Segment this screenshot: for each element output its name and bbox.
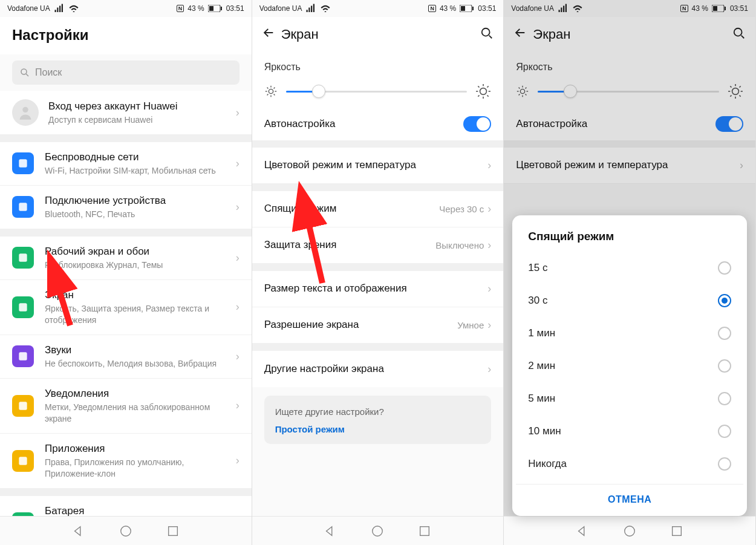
settings-row[interactable]: Звуки Не беспокоить, Мелодия вызова, Виб… — [0, 335, 252, 379]
page-title: Настройки — [0, 17, 252, 54]
back-button[interactable] — [262, 26, 281, 43]
settings-row[interactable]: Рабочий экран и обои Разблокировка Журна… — [0, 237, 252, 280]
svg-line-29 — [273, 94, 275, 96]
display-row[interactable]: Разрешение экрана Умное › — [252, 307, 504, 344]
nav-home-icon[interactable] — [119, 524, 132, 538]
chevron-right-icon: › — [236, 106, 240, 119]
sleep-option[interactable]: 1 мин — [516, 317, 743, 350]
auto-brightness-row[interactable]: Автонастройка — [252, 108, 504, 140]
row-label: Приложения — [45, 442, 232, 455]
svg-line-39 — [478, 96, 480, 97]
nav-home-icon[interactable] — [371, 524, 384, 538]
sleep-dialog-panel: Vodafone UA N 43 % 03:51 Экран Яркость А… — [504, 0, 756, 545]
row-value: Через 30 с — [439, 204, 484, 214]
option-label: 2 мин — [528, 360, 555, 372]
row-sub: Не беспокоить, Мелодия вызова, Вибрация — [45, 358, 232, 370]
radio-icon — [718, 425, 731, 438]
svg-line-54 — [519, 88, 520, 89]
settings-row[interactable]: Экран Яркость, Защита зрения, Размер тек… — [0, 280, 252, 335]
time: 03:51 — [226, 4, 244, 13]
row-sub: Метки, Уведомления на заблокированном эк… — [45, 402, 232, 425]
nav-home-icon[interactable] — [623, 524, 636, 538]
display-list: Цветовой режим и температура › Спящий ре… — [252, 148, 504, 387]
svg-point-41 — [373, 526, 383, 536]
svg-point-21 — [482, 28, 490, 36]
settings-row[interactable]: Подключение устройства Bluetooth, NFC, П… — [0, 186, 252, 229]
sleep-mode-sheet: Спящий режим 15 с 30 с 1 мин 2 мин 5 мин… — [512, 215, 747, 516]
svg-line-55 — [526, 94, 527, 96]
app-icon — [12, 296, 34, 318]
settings-row[interactable]: Уведомления Метки, Уведомления на заблок… — [0, 379, 252, 434]
signal-icon — [558, 3, 569, 14]
statusbar: Vodafone UA N 43 % 03:51 — [0, 0, 252, 17]
settings-row[interactable]: Приложения Права, Приложения по умолчани… — [0, 434, 252, 489]
svg-rect-9 — [19, 303, 27, 311]
settings-row[interactable]: Беспроводные сети Wi-Fi, Настройки SIM-к… — [0, 142, 252, 186]
sleep-option[interactable]: 30 с — [516, 284, 743, 317]
auto-brightness-toggle[interactable] — [715, 116, 743, 132]
option-label: 1 мин — [528, 327, 555, 339]
nav-back-icon[interactable] — [324, 524, 337, 538]
nav-recent-icon[interactable] — [418, 524, 431, 538]
nav-back-icon[interactable] — [72, 524, 85, 538]
svg-rect-7 — [19, 203, 27, 211]
auto-brightness-row[interactable]: Автонастройка — [504, 108, 755, 140]
battery-icon — [460, 5, 474, 12]
carrier: Vodafone UA — [7, 4, 50, 13]
row-label: Беспроводные сети — [45, 151, 232, 164]
row-sub: Разблокировка Журнал, Темы — [45, 259, 232, 271]
display-row[interactable]: Цветовой режим и температура › — [252, 148, 504, 184]
nav-recent-icon[interactable] — [166, 524, 180, 538]
display-row[interactable]: Размер текста и отображения › — [252, 271, 504, 307]
svg-rect-68 — [673, 526, 682, 535]
sleep-option[interactable]: 15 с — [516, 252, 743, 284]
display-row[interactable]: Другие настройки экрана › — [252, 351, 504, 387]
app-icon — [12, 247, 34, 269]
nfc-icon: N — [177, 5, 184, 12]
sleep-option[interactable]: 10 мин — [516, 415, 743, 448]
color-mode-label: Цветовой режим и температура — [516, 158, 736, 172]
screen-title: Экран — [533, 27, 726, 42]
svg-rect-16 — [168, 526, 177, 535]
radio-icon — [718, 359, 731, 373]
auto-brightness-toggle[interactable] — [463, 116, 491, 132]
account-title: Вход через аккаунт Huawei — [48, 100, 232, 113]
sheet-title: Спящий режим — [516, 227, 743, 252]
row-sub: Яркость, Защита зрения, Размер текста и … — [45, 303, 232, 326]
option-label: 5 мин — [528, 393, 555, 405]
svg-rect-10 — [19, 353, 27, 361]
brightness-slider[interactable] — [252, 79, 504, 108]
display-row[interactable]: Спящий режим Через 30 с › — [252, 191, 504, 227]
brightness-slider[interactable] — [504, 79, 755, 108]
sleep-option[interactable]: Никогда — [516, 448, 743, 480]
svg-line-63 — [730, 86, 731, 87]
back-button[interactable] — [513, 26, 533, 43]
svg-rect-8 — [19, 254, 27, 262]
sleep-option[interactable]: 2 мин — [516, 350, 743, 382]
svg-line-65 — [730, 96, 731, 97]
row-label: Цветовой режим и температура — [264, 158, 484, 172]
chevron-right-icon: › — [236, 454, 240, 467]
color-mode-row[interactable]: Цветовой режим и температура › — [504, 148, 755, 184]
carrier: Vodafone UA — [511, 4, 554, 13]
navbar — [504, 516, 755, 545]
row-label: Экран — [45, 289, 232, 302]
app-icon — [12, 152, 34, 174]
screen-title: Экран — [281, 27, 475, 42]
cancel-button[interactable]: ОТМЕНА — [516, 484, 743, 511]
search-box[interactable]: Поиск — [12, 60, 240, 85]
sleep-option[interactable]: 5 мин — [516, 382, 743, 415]
nav-back-icon[interactable] — [576, 524, 589, 538]
display-row[interactable]: Защита зрения Выключено › — [252, 227, 504, 264]
nav-recent-icon[interactable] — [670, 524, 683, 538]
search-button[interactable] — [726, 27, 746, 42]
row-label: Другие настройки экрана — [264, 362, 484, 376]
brightness-label: Яркость — [252, 52, 504, 79]
app-icon — [12, 345, 34, 367]
account-row[interactable]: Вход через аккаунт Huawei Доступ к серви… — [0, 91, 252, 135]
brightness-label: Яркость — [504, 52, 755, 79]
row-sub: Права, Приложения по умолчанию, Приложен… — [45, 457, 232, 480]
hint-question: Ищете другие настройки? — [275, 406, 481, 417]
simple-mode-link[interactable]: Простой режим — [275, 424, 481, 434]
search-button[interactable] — [474, 27, 494, 42]
